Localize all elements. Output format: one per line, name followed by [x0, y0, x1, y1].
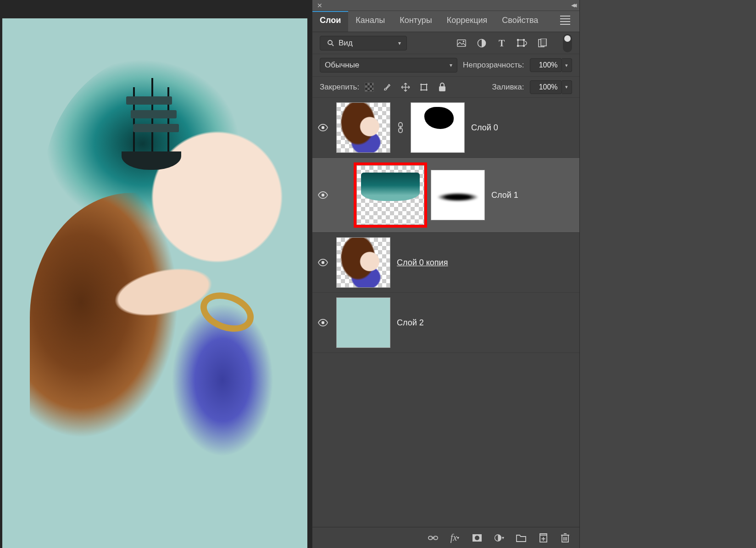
panel-tabs: Слои Каналы Контуры Коррекция Свойства [312, 11, 579, 32]
layer-row[interactable]: Слой 1 [312, 158, 579, 233]
new-layer-icon[interactable] [538, 533, 548, 543]
panel-menu-icon[interactable] [556, 11, 575, 32]
lock-move-icon[interactable] [400, 82, 411, 92]
svg-line-1 [332, 44, 334, 46]
blend-mode-select[interactable]: Обычные ▾ [320, 58, 457, 73]
filter-shape-icon[interactable] [517, 38, 527, 48]
panel-titlebar: ✕ ◀◀ [312, 0, 579, 11]
adjustment-layer-icon[interactable]: ▾ [494, 533, 504, 543]
layer-name[interactable]: Слой 2 [397, 318, 424, 328]
svg-point-24 [322, 321, 324, 324]
add-mask-icon[interactable] [472, 533, 482, 543]
visibility-toggle[interactable] [316, 259, 330, 266]
artwork-ship [112, 69, 190, 170]
layer-thumbnail[interactable] [336, 297, 390, 348]
fill-label: Заливка: [492, 83, 524, 92]
canvas-area[interactable] [0, 0, 312, 548]
opacity-value[interactable]: 100% [530, 58, 562, 72]
lock-all-icon[interactable] [437, 82, 447, 92]
layer-name[interactable]: Слой 1 [491, 190, 518, 200]
mask-thumbnail[interactable] [431, 170, 485, 220]
svg-point-0 [328, 40, 332, 45]
link-layers-icon[interactable] [428, 533, 438, 543]
svg-rect-17 [439, 86, 445, 91]
fill-stepper[interactable]: ▾ [562, 80, 572, 94]
filter-kind-label: Вид [339, 39, 353, 48]
lock-artboard-icon[interactable] [419, 82, 429, 92]
svg-point-3 [462, 40, 464, 42]
layer-thumbnail[interactable] [356, 165, 424, 225]
filter-type-icon[interactable]: T [497, 38, 507, 48]
tab-properties[interactable]: Свойства [495, 11, 545, 32]
svg-rect-8 [517, 45, 519, 47]
layers-panel: ✕ ◀◀ Слои Каналы Контуры Коррекция Свойс… [312, 0, 579, 548]
layer-row[interactable]: Слой 0 копия [312, 233, 579, 293]
collapse-icon[interactable]: ◀◀ [571, 2, 575, 8]
lock-brush-icon[interactable] [382, 82, 392, 92]
visibility-toggle[interactable] [316, 319, 330, 326]
svg-point-29 [475, 536, 479, 540]
svg-rect-7 [523, 39, 525, 41]
layer-row[interactable]: Слой 0 [312, 98, 579, 158]
lock-row: Закрепить: Заливка: 100% ▾ [312, 77, 579, 98]
layer-row[interactable]: Слой 2 [312, 293, 579, 353]
layer-filter-row: Вид ▾ T [312, 32, 579, 54]
opacity-stepper[interactable]: ▾ [562, 58, 572, 72]
filter-adjust-icon[interactable] [477, 38, 487, 48]
svg-point-22 [322, 194, 324, 196]
layer-thumbnail[interactable] [336, 237, 390, 288]
visibility-toggle[interactable] [316, 124, 330, 131]
fx-icon[interactable]: fx ▾ [450, 533, 460, 543]
filter-pixel-icon[interactable] [456, 38, 467, 48]
svg-rect-11 [541, 39, 546, 46]
filter-kind-select[interactable]: Вид ▾ [320, 36, 407, 50]
filter-smart-icon[interactable] [537, 38, 547, 48]
svg-rect-12 [421, 84, 427, 90]
blend-row: Обычные ▾ Непрозрачность: 100% ▾ [312, 54, 579, 77]
link-mask-icon[interactable] [397, 122, 404, 133]
tab-paths[interactable]: Контуры [392, 11, 439, 32]
chevron-down-icon: ▾ [398, 40, 401, 46]
svg-point-23 [322, 261, 324, 264]
chevron-down-icon: ▾ [450, 62, 452, 68]
layer-list[interactable]: Слой 0 Слой 1 Слой 0 копия Сло [312, 98, 579, 527]
svg-point-18 [322, 126, 324, 129]
filter-toggle[interactable] [563, 34, 572, 52]
lock-label: Закрепить: [320, 83, 359, 92]
close-icon[interactable]: ✕ [317, 2, 322, 9]
visibility-toggle[interactable] [316, 191, 330, 199]
layer-name[interactable]: Слой 0 копия [397, 258, 448, 268]
layer-name[interactable]: Слой 0 [471, 123, 498, 133]
search-icon [326, 38, 336, 48]
workspace-gutter [579, 0, 756, 548]
lock-transparency-icon[interactable] [365, 83, 374, 92]
tab-adjustments[interactable]: Коррекция [439, 11, 495, 32]
svg-rect-9 [523, 45, 525, 47]
new-group-icon[interactable] [516, 533, 526, 543]
mask-thumbnail[interactable] [411, 102, 465, 153]
panel-footer: fx ▾ ▾ [312, 527, 579, 548]
blend-mode-value: Обычные [325, 61, 359, 70]
opacity-label: Непрозрачность: [463, 61, 524, 70]
fill-value[interactable]: 100% [530, 80, 562, 94]
layer-thumbnail[interactable] [336, 102, 390, 153]
svg-rect-6 [517, 39, 519, 41]
delete-layer-icon[interactable] [560, 533, 570, 543]
tab-layers[interactable]: Слои [312, 11, 348, 32]
document-artboard[interactable] [2, 18, 307, 548]
tab-channels[interactable]: Каналы [348, 11, 392, 32]
